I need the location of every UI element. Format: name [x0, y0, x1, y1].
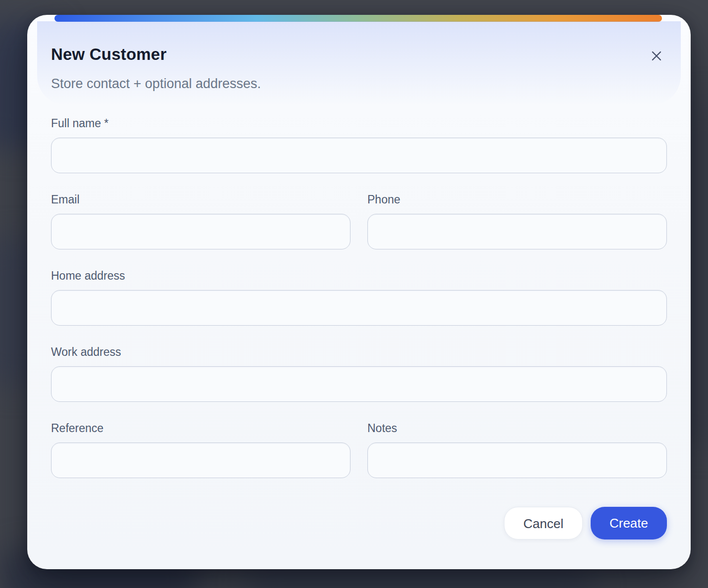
field-phone: Phone — [367, 192, 667, 249]
close-icon — [649, 57, 664, 65]
field-full-name: Full name * — [51, 116, 667, 173]
new-customer-dialog: New Customer Store contact + optional ad… — [27, 15, 691, 569]
phone-input[interactable] — [367, 214, 667, 249]
home-address-label: Home address — [51, 268, 667, 283]
new-customer-form: Full name * Email Phone Home address — [51, 116, 667, 478]
field-notes: Notes — [367, 421, 667, 478]
dialog-subtitle: Store contact + optional addresses. — [51, 75, 667, 92]
field-reference: Reference — [51, 421, 351, 478]
email-label: Email — [51, 192, 351, 207]
field-work-address: Work address — [51, 344, 667, 402]
full-name-label: Full name * — [51, 116, 667, 131]
notes-label: Notes — [367, 421, 667, 436]
work-address-label: Work address — [51, 344, 667, 359]
notes-input[interactable] — [367, 442, 667, 478]
home-address-input[interactable] — [51, 290, 667, 326]
work-address-input[interactable] — [51, 366, 667, 402]
phone-label: Phone — [367, 192, 667, 207]
field-home-address: Home address — [51, 268, 667, 326]
reference-input[interactable] — [51, 442, 351, 478]
full-name-input[interactable] — [51, 138, 667, 173]
cancel-button[interactable]: Cancel — [504, 507, 583, 539]
create-button[interactable]: Create — [591, 507, 667, 539]
reference-label: Reference — [51, 421, 351, 436]
dialog-title: New Customer — [51, 45, 166, 64]
close-button[interactable] — [646, 46, 667, 66]
field-email: Email — [51, 192, 351, 249]
email-input[interactable] — [51, 214, 351, 249]
